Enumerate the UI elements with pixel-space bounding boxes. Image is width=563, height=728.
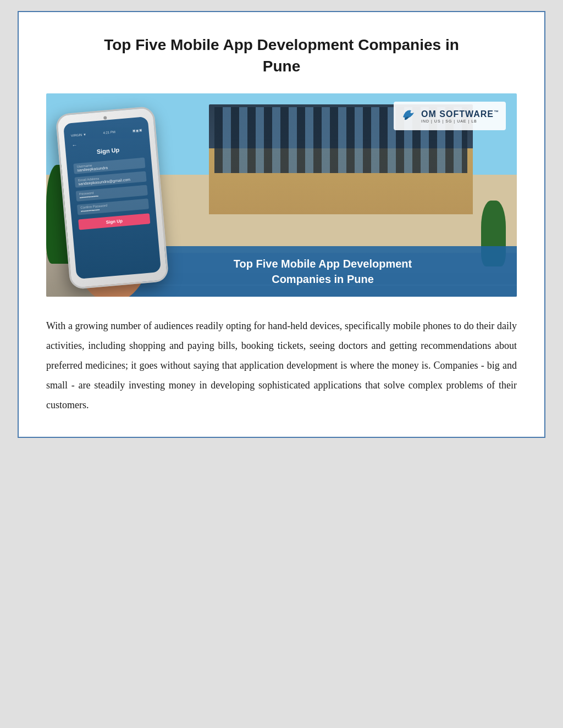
page-title: Top Five Mobile App Development Companie…	[46, 34, 517, 77]
page-container: Top Five Mobile App Development Companie…	[18, 11, 545, 438]
body-text-content: With a growing number of audiences readi…	[46, 316, 517, 415]
phone-outer: VIRGIN ▼ 4:21 PM ▣▣▣ ← Sign Up Username …	[55, 106, 169, 290]
hero-banner-text: Top Five Mobile App Development Companie…	[142, 256, 503, 287]
body-paragraph: With a growing number of audiences readi…	[46, 316, 517, 415]
omsoftware-logo: OM SOFTWARE™ IND | US | SG | UAE | LB	[394, 102, 506, 130]
phone-signup-button[interactable]: Sign Up	[78, 214, 150, 230]
logo-subtitle: IND | US | SG | UAE | LB	[421, 119, 499, 123]
logo-icon	[400, 106, 417, 126]
phone-confirm-field: Confirm Password ••••••••••••••	[77, 199, 149, 215]
phone-signup-form: VIRGIN ▼ 4:21 PM ▣▣▣ ← Sign Up Username …	[63, 116, 158, 242]
phone-mockup: VIRGIN ▼ 4:21 PM ▣▣▣ ← Sign Up Username …	[63, 110, 184, 297]
hero-image: VIRGIN ▼ 4:21 PM ▣▣▣ ← Sign Up Username …	[46, 93, 517, 297]
logo-name: OM SOFTWARE™	[421, 109, 499, 119]
title-line1: Top Five Mobile App Development Companie…	[104, 36, 459, 53]
title-line2: Pune	[263, 58, 300, 75]
logo-text-block: OM SOFTWARE™ IND | US | SG | UAE | LB	[421, 109, 499, 123]
hero-banner: Top Five Mobile App Development Companie…	[129, 246, 517, 297]
phone-screen: VIRGIN ▼ 4:21 PM ▣▣▣ ← Sign Up Username …	[63, 116, 161, 279]
